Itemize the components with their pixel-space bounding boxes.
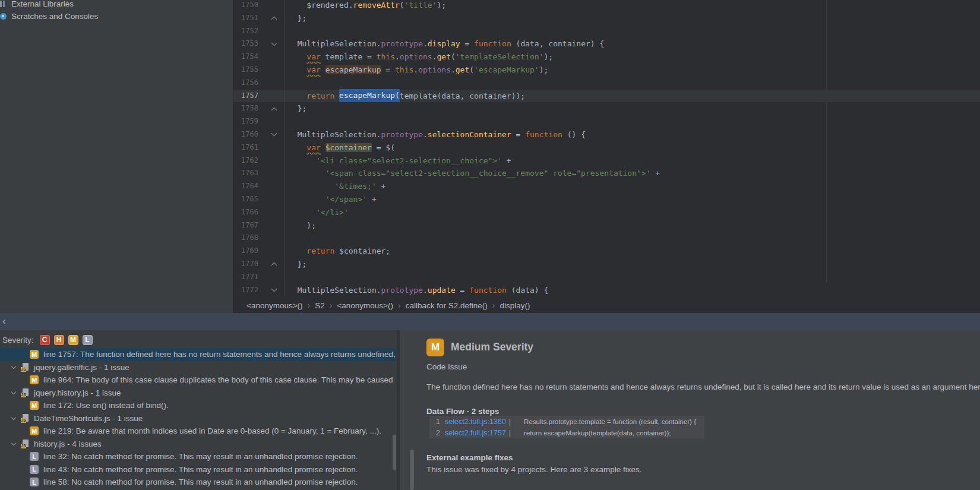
code-line[interactable]: 1756 bbox=[233, 77, 980, 90]
code-line[interactable]: 1768 bbox=[233, 232, 980, 245]
breadcrumb-item[interactable]: <anonymous>() bbox=[246, 301, 303, 310]
code-line[interactable]: 1754 var template = this.options.get('te… bbox=[233, 50, 980, 64]
chevron-down-icon[interactable] bbox=[11, 364, 17, 370]
code-line[interactable]: 1765 '</span>' + bbox=[233, 193, 980, 206]
issues-tree-issue-row[interactable]: Lline 32: No catch method for promise. T… bbox=[0, 450, 397, 463]
code-token: get bbox=[456, 65, 469, 74]
chevron-down-icon[interactable] bbox=[11, 441, 17, 447]
issues-tree-scrollbar[interactable] bbox=[393, 435, 396, 470]
editor-viewport[interactable]: 1750 $rendered.removeAttr('title');1751 … bbox=[233, 0, 980, 298]
fixes-title: External example fixes bbox=[426, 453, 513, 462]
project-tree: External LibrariesScratches and Consoles bbox=[0, 0, 233, 23]
breadcrumb: <anonymous>()›S2›<anonymous>()›callback … bbox=[233, 298, 980, 313]
code-line[interactable]: 1750 $rendered.removeAttr('title'); bbox=[233, 0, 980, 12]
code-text: '<li class="select2-selection__choice">'… bbox=[284, 154, 980, 167]
code-line[interactable]: 1752 bbox=[233, 25, 980, 38]
dataflow-step-link[interactable]: select2.full.js:1757 bbox=[445, 429, 506, 437]
issues-tree-issue-row[interactable]: Mline 219: Be aware that month indices u… bbox=[0, 425, 397, 438]
fixes-text: This issue was fixed by 4 projects. Here… bbox=[426, 465, 641, 474]
issues-tree-issue-row[interactable]: Mline 964: The body of this case clause … bbox=[0, 374, 397, 387]
fold-end-icon[interactable] bbox=[263, 102, 284, 115]
code-token: $container; bbox=[334, 246, 390, 255]
code-text: return $container; bbox=[284, 245, 980, 258]
code-text: MultipleSelection.prototype.selectionCon… bbox=[284, 128, 980, 141]
breadcrumb-separator: › bbox=[330, 301, 333, 310]
code-line[interactable]: 1757 return escapeMarkup(template(data, … bbox=[233, 90, 980, 103]
chevron-down-icon[interactable] bbox=[11, 415, 17, 421]
dataflow-step-link[interactable]: select2.full.js:1360 bbox=[445, 418, 506, 426]
breadcrumb-item[interactable]: display() bbox=[500, 301, 530, 310]
code-text: var template = this.options.get('templat… bbox=[284, 50, 980, 64]
issues-tree-issue-row[interactable]: Mline 1757: The function defined here ha… bbox=[0, 348, 397, 361]
severity-filter-h-button[interactable]: H bbox=[54, 335, 64, 345]
detail-title: Medium Severity bbox=[451, 341, 533, 353]
line-number: 1751 bbox=[233, 12, 263, 25]
code-line[interactable]: 1767 ); bbox=[233, 219, 980, 232]
code-line[interactable]: 1751 }; bbox=[233, 12, 980, 25]
dataflow-step-number: 1 bbox=[429, 418, 440, 426]
code-token: . bbox=[395, 52, 400, 61]
code-line[interactable]: 1760 MultipleSelection.prototype.selecti… bbox=[233, 128, 980, 141]
code-line[interactable]: 1770 }; bbox=[233, 258, 980, 271]
fold-start-icon[interactable] bbox=[263, 37, 284, 50]
code-text: '</span>' + bbox=[284, 193, 980, 206]
dataflow-step-code: Results.prototype.template = function (r… bbox=[524, 418, 696, 425]
code-token bbox=[288, 195, 325, 204]
issues-tree-file-row[interactable]: JSjquery.galleriffic.js - 1 issue bbox=[0, 361, 397, 374]
issues-tree-issue-row[interactable]: Mline 172: Use on() instead of bind(). bbox=[0, 399, 397, 412]
code-token: + bbox=[651, 169, 660, 178]
issues-tree-file-row[interactable]: JShistory.js - 4 issues bbox=[0, 438, 397, 451]
code-text: var $container = $( bbox=[284, 141, 980, 154]
toolwindow-header-strip: ‹ bbox=[0, 313, 980, 330]
code-token: display bbox=[428, 39, 460, 48]
ide-window: External LibrariesScratches and Consoles… bbox=[0, 0, 980, 490]
code-token: + bbox=[367, 195, 377, 204]
code-line[interactable]: 1758 }; bbox=[233, 102, 980, 115]
fold-end-icon[interactable] bbox=[263, 12, 284, 25]
line-number: 1764 bbox=[233, 180, 263, 193]
detail-scrollbar[interactable] bbox=[410, 450, 414, 490]
code-line[interactable]: 1763 '<span class="select2-selection__ch… bbox=[233, 167, 980, 180]
issues-tree-issue-row[interactable]: Lline 58: No catch method for promise. T… bbox=[0, 476, 397, 489]
breadcrumb-item[interactable]: callback for S2.define() bbox=[406, 301, 488, 310]
severity-filter-m-button[interactable]: M bbox=[68, 335, 78, 345]
code-token bbox=[288, 169, 325, 178]
js-badge: JS bbox=[21, 418, 26, 423]
project-tree-item[interactable]: Scratches and Consoles bbox=[0, 10, 233, 23]
severity-filter-c-button[interactable]: C bbox=[40, 335, 50, 345]
code-line[interactable]: 1769 return $container; bbox=[233, 245, 980, 258]
code-line[interactable]: 1755 var escapeMarkup = this.options.get… bbox=[233, 64, 980, 77]
scratches-icon bbox=[0, 12, 8, 21]
issues-tree-issue-row[interactable]: Lline 43: No catch method for promise. T… bbox=[0, 463, 397, 476]
fold-end-icon[interactable] bbox=[263, 258, 284, 271]
line-number: 1761 bbox=[233, 141, 263, 154]
issues-tree-file-row[interactable]: JSDateTimeShortcuts.js - 1 issue bbox=[0, 412, 397, 425]
code-line[interactable]: 1771 bbox=[233, 271, 980, 284]
line-number: 1763 bbox=[233, 167, 263, 180]
fold-gutter bbox=[263, 206, 284, 219]
fold-start-icon[interactable] bbox=[263, 284, 284, 297]
code-line[interactable]: 1772 MultipleSelection.prototype.update … bbox=[233, 284, 980, 297]
code-line[interactable]: 1759 bbox=[233, 115, 980, 128]
code-text: }; bbox=[284, 258, 980, 271]
chevron-down-icon[interactable] bbox=[11, 390, 17, 396]
code-editor[interactable]: 1750 $rendered.removeAttr('title');1751 … bbox=[233, 0, 980, 313]
project-tree-item[interactable]: External Libraries bbox=[0, 0, 233, 10]
code-line[interactable]: 1766 '</li>' bbox=[233, 206, 980, 219]
code-line[interactable]: 1764 '&times;' + bbox=[233, 180, 980, 193]
code-text: $rendered.removeAttr('title'); bbox=[284, 0, 980, 12]
fold-start-icon[interactable] bbox=[263, 128, 284, 141]
code-line[interactable]: 1762 '<li class="select2-selection__choi… bbox=[233, 154, 980, 167]
breadcrumb-item[interactable]: <anonymous>() bbox=[337, 301, 393, 310]
code-token bbox=[321, 65, 325, 74]
code-line[interactable]: 1753 MultipleSelection.prototype.display… bbox=[233, 37, 980, 50]
line-number: 1770 bbox=[233, 258, 263, 271]
code-token: . bbox=[413, 65, 418, 74]
collapse-chevron-icon[interactable]: ‹ bbox=[2, 313, 6, 330]
severity-filter: Severity: CHML bbox=[2, 333, 97, 347]
issues-tree-file-row[interactable]: JSjquery.history.js - 1 issue bbox=[0, 387, 397, 400]
severity-filter-l-button[interactable]: L bbox=[83, 335, 93, 345]
breadcrumb-item[interactable]: S2 bbox=[315, 301, 325, 310]
js-file-icon: JS bbox=[21, 388, 30, 397]
code-line[interactable]: 1761 var $container = $( bbox=[233, 141, 980, 154]
